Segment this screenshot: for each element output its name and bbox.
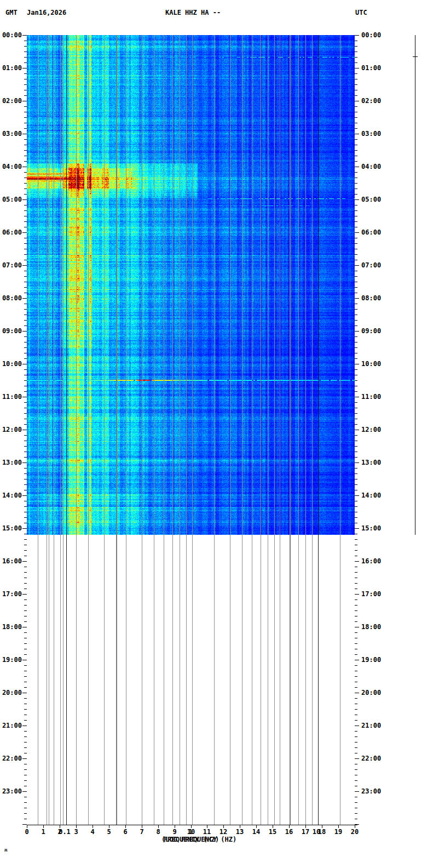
freq-tick-label: 6 [117,829,134,836]
watermark-mark: ʍ [4,847,7,853]
minute-tick-right [355,189,357,189]
gmt-label: GMT [5,9,18,16]
hour-tick-right [355,331,359,332]
minute-tick-right [355,150,357,151]
minute-tick-right [355,342,357,342]
time-label-left: 23:00 [0,787,22,795]
minute-tick-right [355,243,357,244]
minute-tick-right [355,419,357,419]
hour-tick-left [22,462,27,463]
freq-gridline [172,35,173,825]
amplitude-scalebar-tick [413,56,418,57]
minute-tick-right [355,249,357,249]
minute-tick-right [355,638,357,638]
page-title: KALE HHZ HA -- [165,9,221,16]
hour-tick-left [22,101,27,101]
minute-tick-left [24,736,27,737]
amplitude-scalebar [415,35,415,535]
time-label-left: 10:00 [0,360,22,368]
freq-tick-label: 16 [281,829,297,836]
freq-tick-label: 7 [134,829,150,836]
hour-tick-right [355,430,359,430]
minute-tick-right [355,599,357,600]
time-label-left: 18:00 [0,623,22,631]
minute-tick-left [24,638,27,638]
hour-tick-right [355,791,359,792]
minute-tick-right [355,95,357,96]
minute-tick-right [355,358,357,359]
hour-tick-left [22,430,27,430]
minute-tick-left [24,621,27,622]
freq-tick-label: 9 [166,829,183,836]
minute-tick-right [355,276,357,277]
hour-tick-left [22,134,27,134]
freq-tick-label: 19 [330,829,346,836]
minute-tick-right [355,84,357,85]
minute-tick-right [355,112,357,112]
minute-tick-right [355,369,357,370]
time-label-left: 11:00 [0,393,22,401]
minute-tick-right [355,731,357,732]
freq-gridline [63,35,63,825]
time-label-left: 05:00 [0,196,22,203]
freq-tick-label: 15 [264,829,281,836]
time-label-right: 20:00 [361,689,381,696]
freq-gridline [54,35,54,825]
minute-tick-right [355,572,357,573]
utc-label: UTC [355,9,367,16]
minute-tick-right [355,79,357,79]
freq-gridline [261,35,261,825]
time-label-right: 01:00 [361,64,381,72]
minute-tick-right [355,616,357,616]
freq-log-label: 0.1 [56,829,73,836]
time-label-right: 09:00 [361,327,381,335]
freq-tick-label: 20 [346,829,363,836]
minute-tick-left [24,687,27,688]
time-label-right: 19:00 [361,656,381,664]
hour-tick-right [355,101,359,101]
minute-tick-right [355,786,357,786]
minute-tick-right [355,578,357,578]
time-label-right: 00:00 [361,31,381,39]
minute-tick-right [355,41,357,41]
minute-tick-right [355,736,357,737]
freq-gridline [340,35,340,825]
freq-gridline [230,35,230,825]
time-label-left: 09:00 [0,327,22,335]
minute-tick-right [355,441,357,441]
time-label-left: 04:00 [0,163,22,170]
minute-tick-right [355,156,357,156]
time-label-left: 14:00 [0,492,22,499]
minute-tick-right [355,282,357,282]
freq-tick-label: 1 [35,829,51,836]
minute-tick-right [355,621,357,622]
minute-tick-right [355,238,357,238]
time-label-left: 22:00 [0,755,22,762]
minute-tick-right [355,391,357,392]
date-label: Jan16,2026 [27,9,66,16]
spectrogram-page: GMT Jan16,2026 KALE HHZ HA -- UTC 00:000… [0,0,439,868]
time-label-left: 16:00 [0,557,22,565]
minute-tick-right [355,484,357,485]
hour-tick-right [355,199,359,200]
hour-tick-left [22,298,27,299]
time-label-left: 21:00 [0,722,22,729]
hour-tick-left [22,693,27,693]
freq-gridline [154,35,154,825]
minute-tick-left [24,747,27,748]
minute-tick-right [355,375,357,375]
hour-tick-right [355,726,359,726]
minute-tick-right [355,183,357,184]
freq-gridline [47,35,47,825]
minute-tick-right [355,780,357,781]
hour-tick-left [22,68,27,68]
freq-tick-label: 0 [19,829,35,836]
minute-tick-right [355,534,357,534]
minute-tick-right [355,589,357,589]
minute-tick-right [355,194,357,195]
time-label-left: 15:00 [0,524,22,532]
time-label-right: 21:00 [361,722,381,729]
hour-tick-right [355,594,359,595]
minute-tick-left [24,671,27,671]
minute-tick-left [24,802,27,803]
